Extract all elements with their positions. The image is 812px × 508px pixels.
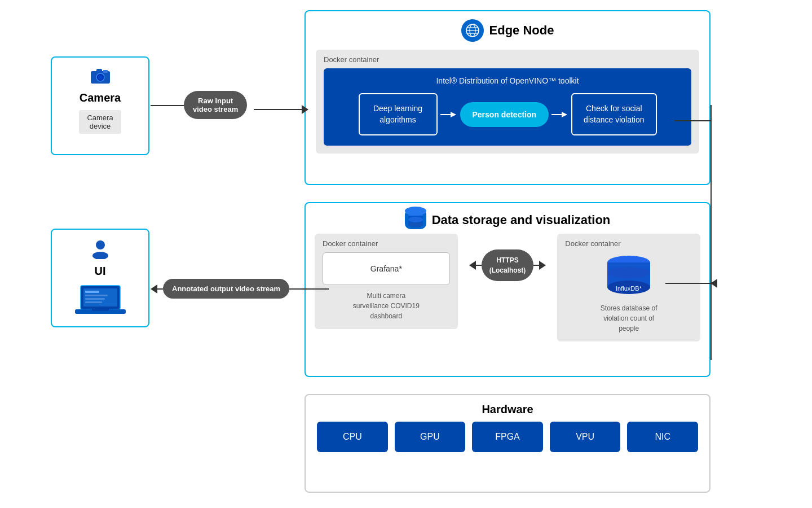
hw-fpga-label: FPGA	[495, 432, 520, 441]
data-storage-icon	[405, 211, 426, 229]
data-storage-title: Data storage and visualization	[432, 213, 611, 227]
camera-title: Camera	[80, 91, 121, 104]
annotated-arrow-wrap: Annotated output video stream	[151, 279, 329, 299]
deep-learning-label: Deep learning algorithms	[373, 104, 422, 124]
hw-chip-fpga: FPGA	[472, 422, 543, 452]
grafana-sub: Multi camera surveillance COVID19 dashbo…	[323, 291, 450, 321]
camera-box: Camera Camera device	[51, 56, 149, 155]
svg-point-21	[607, 267, 650, 278]
edge-node-docker-container: Docker container Intel® Distribution of …	[316, 50, 699, 154]
influx-docker-label: Docker container	[565, 239, 692, 248]
pd-to-check-arrow	[549, 110, 571, 119]
svg-rect-30	[85, 301, 102, 303]
influxdb-icon: InfluxDB*	[601, 252, 657, 297]
influxdb-wrap: InfluxDB*	[565, 252, 692, 297]
svg-rect-12	[96, 69, 102, 72]
hw-chip-nic: NIC	[627, 422, 698, 452]
camera-sub: Camera device	[79, 110, 121, 134]
edge-node-icon	[461, 19, 484, 42]
hw-gpu-label: GPU	[420, 432, 440, 441]
raw-input-pill-wrap: Raw Input video stream	[184, 91, 247, 119]
right-to-influx-arrow	[665, 279, 717, 288]
svg-rect-28	[85, 295, 108, 296]
svg-point-16	[408, 222, 423, 227]
check-social-box: Check for social distance violation	[571, 93, 656, 135]
raw-input-label: Raw Input video stream	[193, 97, 238, 113]
grafana-sub-label: Multi camera surveillance COVID19 dashbo…	[353, 292, 420, 320]
svg-point-17	[408, 217, 423, 222]
hw-chip-vpu: VPU	[550, 422, 621, 452]
person-detection-label: Person detection	[473, 110, 537, 119]
pipeline-row: Deep learning algorithms Person detectio…	[334, 93, 681, 135]
raw-input-arrow-right	[254, 105, 308, 114]
openvino-title: Intel® Distribution of OpenVINO™ toolkit	[334, 76, 681, 85]
user-icon	[90, 238, 111, 261]
https-label: HTTPS (Localhost)	[489, 256, 526, 274]
hw-cpu-label: CPU	[343, 432, 362, 441]
laptop-icon	[72, 283, 129, 318]
hardware-chips: CPU GPU FPGA VPU NIC	[306, 422, 709, 452]
edge-node-header: Edge Node	[306, 11, 709, 46]
annotated-output-label: Annotated output video stream	[172, 284, 280, 293]
grafana-docker-label: Docker container	[323, 239, 450, 248]
hardware-box: Hardware CPU GPU FPGA VPU NIC	[304, 394, 710, 493]
svg-point-23	[96, 240, 105, 249]
svg-point-24	[92, 252, 108, 259]
edge-node-box: Edge Node Docker container Intel® Distri…	[304, 10, 710, 185]
hw-chip-gpu: GPU	[395, 422, 466, 452]
hw-vpu-label: VPU	[576, 432, 594, 441]
grafana-label: Grafana*	[370, 264, 402, 273]
svg-text:InfluxDB*: InfluxDB*	[616, 285, 642, 292]
influx-sub: Stores database of violation count of pe…	[565, 303, 692, 334]
edge-node-docker-label: Docker container	[324, 55, 691, 64]
hw-nic-label: NIC	[655, 432, 670, 441]
hw-chip-cpu: CPU	[317, 422, 388, 452]
svg-rect-32	[92, 308, 109, 311]
svg-rect-27	[85, 291, 99, 293]
svg-rect-13	[103, 70, 108, 73]
https-arrows: HTTPS (Localhost)	[469, 249, 546, 281]
hardware-title: Hardware	[306, 395, 709, 422]
data-storage-box: Data storage and visualization Docker co…	[304, 202, 710, 377]
data-storage-header: Data storage and visualization	[306, 203, 709, 234]
check-social-label: Check for social distance violation	[584, 104, 644, 124]
svg-marker-8	[562, 112, 567, 117]
ui-title: UI	[95, 265, 106, 278]
openvino-box: Intel® Distribution of OpenVINO™ toolkit…	[324, 68, 691, 146]
edge-right-line	[674, 120, 710, 121]
ui-box: UI	[51, 229, 149, 327]
raw-input-pill: Raw Input video stream	[184, 91, 247, 119]
https-pill: HTTPS (Localhost)	[482, 249, 534, 281]
deep-learning-box: Deep learning algorithms	[359, 93, 438, 135]
grafana-docker-container: Docker container Grafana* Multi camera s…	[315, 234, 458, 329]
influx-sub-label: Stores database of violation count of pe…	[601, 304, 657, 332]
person-detection-pill: Person detection	[460, 102, 549, 127]
svg-point-11	[98, 75, 103, 80]
dl-to-pd-arrow	[438, 110, 460, 119]
https-arrow-wrap: HTTPS (Localhost)	[469, 234, 546, 283]
raw-input-line-left	[151, 105, 184, 106]
svg-rect-29	[85, 298, 105, 300]
svg-marker-6	[451, 112, 456, 117]
right-vertical-connector	[710, 105, 712, 360]
camera-icon	[86, 65, 114, 87]
diagram: Edge Node Docker container Intel® Distri…	[0, 0, 812, 508]
edge-node-title: Edge Node	[489, 23, 554, 38]
ds-inner: Docker container Grafana* Multi camera s…	[315, 234, 700, 341]
annotated-output-pill: Annotated output video stream	[163, 279, 289, 299]
grafana-box: Grafana*	[323, 252, 450, 285]
camera-sub-label: Camera device	[87, 113, 113, 130]
